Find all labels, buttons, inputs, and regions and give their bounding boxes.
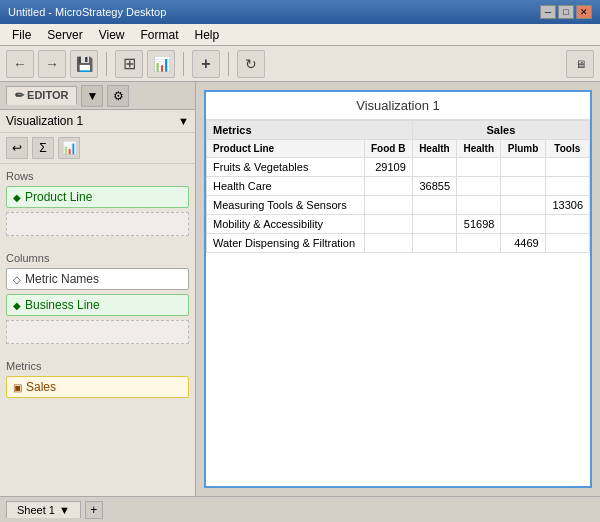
business-line-label: Business Line [25, 298, 100, 312]
metrics-header: Metrics [207, 121, 413, 140]
viz-area: Visualization 1 Metrics Sales Product Li… [196, 82, 600, 496]
value-cell [457, 234, 501, 253]
value-cell [364, 196, 412, 215]
forward-button[interactable]: → [38, 50, 66, 78]
col-health2: Health [457, 140, 501, 158]
product-line-icon: ◆ [13, 192, 21, 203]
value-cell [364, 215, 412, 234]
viz-dropdown-arrow[interactable]: ▼ [178, 115, 189, 127]
menu-server[interactable]: Server [39, 26, 90, 44]
table-header-row-2: Product Line Food B Health Health Plumb … [207, 140, 590, 158]
chart-type-button[interactable]: 📊 [58, 137, 80, 159]
sheet-label: Sheet 1 [17, 504, 55, 516]
viz-table-wrapper: Metrics Sales Product Line Food B Health… [206, 120, 590, 486]
add-sheet-button[interactable]: + [85, 501, 103, 519]
table-header-row-1: Metrics Sales [207, 121, 590, 140]
save-button[interactable]: 💾 [70, 50, 98, 78]
menu-view[interactable]: View [91, 26, 133, 44]
metric-names-icon: ◇ [13, 274, 21, 285]
business-line-icon: ◆ [13, 300, 21, 311]
value-cell: 4469 [501, 234, 545, 253]
toolbar-separator-1 [106, 52, 107, 76]
metrics-section: Metrics ▣ Sales [0, 354, 195, 408]
panel-tabs: ✏ EDITOR ▼ ⚙ [0, 82, 195, 110]
col-health1: Health [412, 140, 456, 158]
product-cell: Health Care [207, 177, 365, 196]
menu-format[interactable]: Format [132, 26, 186, 44]
col-plumb: Plumb [501, 140, 545, 158]
value-cell [412, 234, 456, 253]
table-row: Health Care36855 [207, 177, 590, 196]
columns-drop-area[interactable] [6, 320, 189, 344]
filter-tab[interactable]: ▼ [81, 85, 103, 107]
refresh-button[interactable]: ↻ [237, 50, 265, 78]
viz-container: Visualization 1 Metrics Sales Product Li… [204, 90, 592, 488]
close-button[interactable]: ✕ [576, 5, 592, 19]
viz-table: Metrics Sales Product Line Food B Health… [206, 120, 590, 253]
metric-names-chip[interactable]: ◇ Metric Names [6, 268, 189, 290]
value-cell [545, 158, 589, 177]
undo-button[interactable]: ↩ [6, 137, 28, 159]
window-controls: ─ □ ✕ [540, 5, 592, 19]
sales-icon: ▣ [13, 382, 22, 393]
value-cell [412, 196, 456, 215]
rows-section: Rows ◆ Product Line [0, 164, 195, 246]
value-cell: 36855 [412, 177, 456, 196]
col-tools: Tools [545, 140, 589, 158]
value-cell [457, 177, 501, 196]
minimize-button[interactable]: ─ [540, 5, 556, 19]
chart-button[interactable]: 📊 [147, 50, 175, 78]
value-cell [364, 177, 412, 196]
value-cell [412, 215, 456, 234]
product-cell: Mobility & Accessibility [207, 215, 365, 234]
toolbar-separator-2 [183, 52, 184, 76]
rows-drop-area[interactable] [6, 212, 189, 236]
table-row: Fruits & Vegetables29109 [207, 158, 590, 177]
sales-header: Sales [412, 121, 589, 140]
settings-tab[interactable]: ⚙ [107, 85, 129, 107]
product-line-label: Product Line [25, 190, 92, 204]
value-cell [501, 158, 545, 177]
rows-label: Rows [6, 170, 189, 182]
table-row: Measuring Tools & Sensors13306 [207, 196, 590, 215]
product-cell: Water Dispensing & Filtration [207, 234, 365, 253]
product-line-col-header: Product Line [207, 140, 365, 158]
business-line-chip[interactable]: ◆ Business Line [6, 294, 189, 316]
value-cell: 29109 [364, 158, 412, 177]
value-cell [501, 177, 545, 196]
value-cell [545, 234, 589, 253]
sales-label: Sales [26, 380, 56, 394]
data-options-button[interactable]: ⊞ [115, 50, 143, 78]
col-food: Food B [364, 140, 412, 158]
menu-file[interactable]: File [4, 26, 39, 44]
add-button[interactable]: + [192, 50, 220, 78]
value-cell: 13306 [545, 196, 589, 215]
sales-chip[interactable]: ▣ Sales [6, 376, 189, 398]
product-cell: Fruits & Vegetables [207, 158, 365, 177]
value-cell [545, 215, 589, 234]
columns-label: Columns [6, 252, 189, 264]
sigma-button[interactable]: Σ [32, 137, 54, 159]
window-title: Untitled - MicroStrategy Desktop [8, 6, 166, 18]
value-cell [412, 158, 456, 177]
toolbar: ← → 💾 ⊞ 📊 + ↻ 🖥 [0, 46, 600, 82]
table-row: Mobility & Accessibility51698 [207, 215, 590, 234]
maximize-button[interactable]: □ [558, 5, 574, 19]
columns-section: Columns ◇ Metric Names ◆ Business Line [0, 246, 195, 354]
value-cell [364, 234, 412, 253]
product-cell: Measuring Tools & Sensors [207, 196, 365, 215]
share-button[interactable]: 🖥 [566, 50, 594, 78]
main-content: ✏ EDITOR ▼ ⚙ Visualization 1 ▼ ↩ Σ 📊 Row… [0, 82, 600, 496]
toolbar-separator-3 [228, 52, 229, 76]
viz-title: Visualization 1 [206, 92, 590, 120]
sheet-tab[interactable]: Sheet 1 ▼ [6, 501, 81, 518]
back-button[interactable]: ← [6, 50, 34, 78]
menu-bar: File Server View Format Help [0, 24, 600, 46]
value-cell: 51698 [457, 215, 501, 234]
table-row: Water Dispensing & Filtration4469 [207, 234, 590, 253]
menu-help[interactable]: Help [187, 26, 228, 44]
panel-tools: ↩ Σ 📊 [0, 133, 195, 164]
product-line-chip[interactable]: ◆ Product Line [6, 186, 189, 208]
value-cell [501, 215, 545, 234]
editor-tab[interactable]: ✏ EDITOR [6, 86, 77, 105]
